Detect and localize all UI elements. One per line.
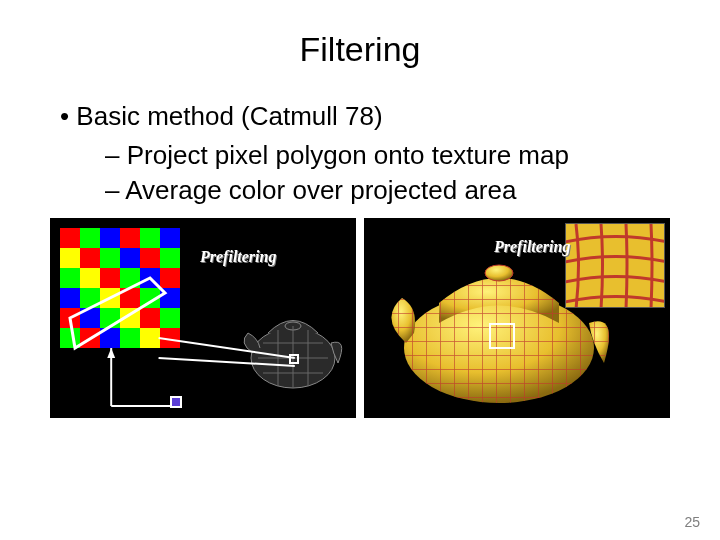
prefiltering-label-left: Prefiltering Prefiltering xyxy=(200,248,276,266)
checker-cell xyxy=(60,288,80,308)
checker-cell xyxy=(120,268,140,288)
svg-point-18 xyxy=(485,265,513,281)
checker-cell xyxy=(100,328,120,348)
checker-cell xyxy=(140,308,160,328)
figure-left: Prefiltering Prefiltering xyxy=(50,218,356,418)
checker-cell xyxy=(100,268,120,288)
slide-title: Filtering xyxy=(50,30,670,69)
bullet-sub-2: Average color over projected area xyxy=(105,173,670,208)
slide: Filtering Basic method (Catmull 78) Proj… xyxy=(0,0,720,540)
teapot-wireframe-icon xyxy=(238,288,348,398)
checker-cell xyxy=(160,228,180,248)
zoom-inset-graphic xyxy=(566,224,665,308)
checker-cell xyxy=(160,248,180,268)
checker-cell xyxy=(140,228,160,248)
prefiltering-label-right: Prefiltering Prefiltering xyxy=(494,238,570,256)
checker-cell xyxy=(60,308,80,328)
checker-cell xyxy=(160,288,180,308)
checker-cell xyxy=(160,268,180,288)
checker-cell xyxy=(120,288,140,308)
svg-marker-14 xyxy=(107,348,115,358)
pixel-sample-icon xyxy=(170,396,182,408)
checker-cell xyxy=(80,228,100,248)
checker-cell xyxy=(120,328,140,348)
checker-cell xyxy=(80,268,100,288)
checker-cell xyxy=(120,308,140,328)
checker-cell xyxy=(140,288,160,308)
checker-cell xyxy=(120,248,140,268)
checker-cell xyxy=(60,248,80,268)
checker-cell xyxy=(140,268,160,288)
checker-cell xyxy=(160,328,180,348)
page-number: 25 xyxy=(684,514,700,530)
checker-texture xyxy=(60,228,180,348)
checker-cell xyxy=(60,268,80,288)
checker-cell xyxy=(100,228,120,248)
slide-content: Basic method (Catmull 78) Project pixel … xyxy=(50,99,670,208)
zoom-region-box xyxy=(489,323,515,349)
figure-right: Prefiltering Prefiltering xyxy=(364,218,670,418)
bullet-main: Basic method (Catmull 78) Project pixel … xyxy=(60,99,670,208)
checker-cell xyxy=(160,308,180,328)
bullet-main-text: Basic method (Catmull 78) xyxy=(76,101,382,131)
checker-cell xyxy=(100,308,120,328)
checker-cell xyxy=(100,288,120,308)
checker-cell xyxy=(140,248,160,268)
checker-cell xyxy=(80,248,100,268)
checker-cell xyxy=(120,228,140,248)
zoom-inset xyxy=(565,223,665,308)
checker-cell xyxy=(100,248,120,268)
checker-cell xyxy=(140,328,160,348)
checker-cell xyxy=(80,328,100,348)
figure-row: Prefiltering Prefiltering xyxy=(50,218,670,418)
checker-cell xyxy=(80,308,100,328)
checker-cell xyxy=(60,328,80,348)
checker-cell xyxy=(80,288,100,308)
bullet-sub-1: Project pixel polygon onto texture map xyxy=(105,138,670,173)
checker-cell xyxy=(60,228,80,248)
